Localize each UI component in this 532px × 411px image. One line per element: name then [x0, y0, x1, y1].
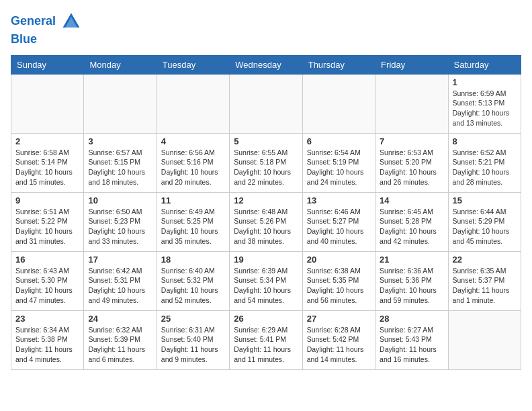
calendar-day-cell: 8Sunrise: 6:52 AM Sunset: 5:21 PM Daylig…: [448, 133, 521, 192]
day-info: Sunrise: 6:42 AM Sunset: 5:31 PM Dayligh…: [88, 266, 152, 306]
day-number: 3: [88, 136, 152, 146]
day-of-week-header: Saturday: [448, 55, 521, 74]
calendar-table: SundayMondayTuesdayWednesdayThursdayFrid…: [11, 55, 521, 370]
day-of-week-header: Thursday: [302, 55, 375, 74]
day-of-week-header: Wednesday: [230, 55, 302, 74]
day-number: 19: [234, 255, 298, 265]
day-info: Sunrise: 6:45 AM Sunset: 5:28 PM Dayligh…: [380, 207, 443, 246]
day-of-week-header: Monday: [84, 55, 157, 74]
day-info: Sunrise: 6:43 AM Sunset: 5:30 PM Dayligh…: [15, 266, 79, 306]
day-number: 7: [380, 136, 443, 146]
day-info: Sunrise: 6:36 AM Sunset: 5:36 PM Dayligh…: [380, 266, 443, 306]
day-number: 24: [88, 314, 152, 324]
calendar-day-cell: 18Sunrise: 6:40 AM Sunset: 5:32 PM Dayli…: [157, 251, 229, 310]
logo-blue: Blue: [11, 32, 82, 47]
calendar-day-cell: 28Sunrise: 6:27 AM Sunset: 5:43 PM Dayli…: [375, 310, 448, 369]
day-number: 28: [380, 314, 443, 324]
calendar-day-cell: [448, 310, 521, 369]
day-number: 2: [15, 136, 79, 146]
day-info: Sunrise: 6:31 AM Sunset: 5:40 PM Dayligh…: [161, 325, 225, 365]
day-info: Sunrise: 6:28 AM Sunset: 5:42 PM Dayligh…: [307, 325, 371, 365]
day-info: Sunrise: 6:32 AM Sunset: 5:39 PM Dayligh…: [88, 325, 152, 365]
day-number: 20: [307, 255, 371, 265]
day-info: Sunrise: 6:46 AM Sunset: 5:27 PM Dayligh…: [307, 207, 371, 246]
day-number: 8: [453, 136, 517, 146]
day-number: 16: [15, 255, 79, 265]
calendar-day-cell: 6Sunrise: 6:54 AM Sunset: 5:19 PM Daylig…: [302, 133, 375, 192]
calendar-day-cell: 27Sunrise: 6:28 AM Sunset: 5:42 PM Dayli…: [302, 310, 375, 369]
calendar-week-row: 2Sunrise: 6:58 AM Sunset: 5:14 PM Daylig…: [11, 133, 521, 192]
calendar-week-row: 1Sunrise: 6:59 AM Sunset: 5:13 PM Daylig…: [11, 74, 521, 133]
day-info: Sunrise: 6:52 AM Sunset: 5:21 PM Dayligh…: [453, 148, 517, 187]
day-number: 27: [307, 314, 371, 324]
day-number: 5: [234, 136, 298, 146]
day-info: Sunrise: 6:54 AM Sunset: 5:19 PM Dayligh…: [307, 148, 371, 187]
calendar-day-cell: 22Sunrise: 6:35 AM Sunset: 5:37 PM Dayli…: [448, 251, 521, 310]
calendar-day-cell: 4Sunrise: 6:56 AM Sunset: 5:16 PM Daylig…: [157, 133, 229, 192]
calendar-day-cell: 14Sunrise: 6:45 AM Sunset: 5:28 PM Dayli…: [375, 192, 448, 251]
calendar-day-cell: 13Sunrise: 6:46 AM Sunset: 5:27 PM Dayli…: [302, 192, 375, 251]
day-info: Sunrise: 6:44 AM Sunset: 5:29 PM Dayligh…: [453, 207, 517, 246]
day-number: 4: [161, 136, 225, 146]
day-number: 6: [307, 136, 371, 146]
day-info: Sunrise: 6:27 AM Sunset: 5:43 PM Dayligh…: [380, 325, 443, 365]
day-info: Sunrise: 6:57 AM Sunset: 5:15 PM Dayligh…: [88, 148, 152, 187]
day-number: 22: [453, 255, 517, 265]
calendar-day-cell: 10Sunrise: 6:50 AM Sunset: 5:23 PM Dayli…: [84, 192, 157, 251]
calendar-week-row: 16Sunrise: 6:43 AM Sunset: 5:30 PM Dayli…: [11, 251, 521, 310]
day-number: 13: [307, 195, 371, 205]
calendar-day-cell: 5Sunrise: 6:55 AM Sunset: 5:18 PM Daylig…: [230, 133, 302, 192]
day-number: 17: [88, 255, 152, 265]
day-info: Sunrise: 6:59 AM Sunset: 5:13 PM Dayligh…: [453, 89, 517, 128]
calendar-week-row: 9Sunrise: 6:51 AM Sunset: 5:22 PM Daylig…: [11, 192, 521, 251]
day-number: 1: [453, 77, 517, 87]
day-info: Sunrise: 6:56 AM Sunset: 5:16 PM Dayligh…: [161, 148, 225, 187]
calendar-day-cell: 12Sunrise: 6:48 AM Sunset: 5:26 PM Dayli…: [230, 192, 302, 251]
calendar-day-cell: 3Sunrise: 6:57 AM Sunset: 5:15 PM Daylig…: [84, 133, 157, 192]
day-number: 21: [380, 255, 443, 265]
calendar-day-cell: [11, 74, 84, 133]
calendar-day-cell: 1Sunrise: 6:59 AM Sunset: 5:13 PM Daylig…: [448, 74, 521, 133]
day-number: 18: [161, 255, 225, 265]
day-info: Sunrise: 6:48 AM Sunset: 5:26 PM Dayligh…: [234, 207, 298, 246]
day-of-week-header: Friday: [375, 55, 448, 74]
calendar-day-cell: [375, 74, 448, 133]
day-number: 15: [453, 195, 517, 205]
calendar-day-cell: 24Sunrise: 6:32 AM Sunset: 5:39 PM Dayli…: [84, 310, 157, 369]
day-info: Sunrise: 6:55 AM Sunset: 5:18 PM Dayligh…: [234, 148, 298, 187]
calendar-day-cell: 23Sunrise: 6:34 AM Sunset: 5:38 PM Dayli…: [11, 310, 84, 369]
calendar-day-cell: 25Sunrise: 6:31 AM Sunset: 5:40 PM Dayli…: [157, 310, 229, 369]
calendar-day-cell: 17Sunrise: 6:42 AM Sunset: 5:31 PM Dayli…: [84, 251, 157, 310]
calendar-day-cell: 15Sunrise: 6:44 AM Sunset: 5:29 PM Dayli…: [448, 192, 521, 251]
day-number: 26: [234, 314, 298, 324]
calendar-header-row: SundayMondayTuesdayWednesdayThursdayFrid…: [11, 55, 521, 74]
day-info: Sunrise: 6:53 AM Sunset: 5:20 PM Dayligh…: [380, 148, 443, 187]
calendar-day-cell: 7Sunrise: 6:53 AM Sunset: 5:20 PM Daylig…: [375, 133, 448, 192]
day-info: Sunrise: 6:40 AM Sunset: 5:32 PM Dayligh…: [161, 266, 225, 306]
calendar-day-cell: 19Sunrise: 6:39 AM Sunset: 5:34 PM Dayli…: [230, 251, 302, 310]
calendar-day-cell: 20Sunrise: 6:38 AM Sunset: 5:35 PM Dayli…: [302, 251, 375, 310]
calendar-day-cell: [157, 74, 229, 133]
day-info: Sunrise: 6:39 AM Sunset: 5:34 PM Dayligh…: [234, 266, 298, 306]
logo-text: General: [11, 11, 82, 32]
calendar-day-cell: 16Sunrise: 6:43 AM Sunset: 5:30 PM Dayli…: [11, 251, 84, 310]
calendar-day-cell: 21Sunrise: 6:36 AM Sunset: 5:36 PM Dayli…: [375, 251, 448, 310]
day-info: Sunrise: 6:29 AM Sunset: 5:41 PM Dayligh…: [234, 325, 298, 365]
calendar-day-cell: 26Sunrise: 6:29 AM Sunset: 5:41 PM Dayli…: [230, 310, 302, 369]
day-number: 11: [161, 195, 225, 205]
day-number: 12: [234, 195, 298, 205]
logo-icon: [60, 11, 82, 32]
day-of-week-header: Tuesday: [157, 55, 229, 74]
calendar-day-cell: [230, 74, 302, 133]
day-info: Sunrise: 6:58 AM Sunset: 5:14 PM Dayligh…: [15, 148, 79, 187]
day-number: 10: [88, 195, 152, 205]
day-info: Sunrise: 6:50 AM Sunset: 5:23 PM Dayligh…: [88, 207, 152, 246]
day-number: 23: [15, 314, 79, 324]
day-info: Sunrise: 6:35 AM Sunset: 5:37 PM Dayligh…: [453, 266, 517, 306]
day-number: 25: [161, 314, 225, 324]
calendar-day-cell: 11Sunrise: 6:49 AM Sunset: 5:25 PM Dayli…: [157, 192, 229, 251]
calendar-day-cell: [84, 74, 157, 133]
calendar-day-cell: [302, 74, 375, 133]
calendar-day-cell: 9Sunrise: 6:51 AM Sunset: 5:22 PM Daylig…: [11, 192, 84, 251]
day-info: Sunrise: 6:51 AM Sunset: 5:22 PM Dayligh…: [15, 207, 79, 246]
